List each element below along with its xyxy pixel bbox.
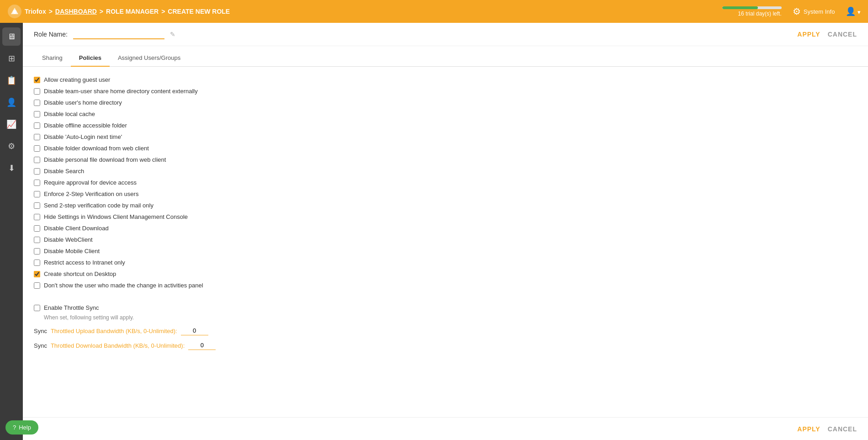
breadcrumb-dashboard[interactable]: DASHBOARD <box>55 8 97 15</box>
role-name-input[interactable] <box>73 29 164 39</box>
policy-checkbox-9[interactable] <box>34 180 40 186</box>
navbar-right: 16 trial day(s) left. ⚙ System Info 👤 ▾ <box>722 6 861 17</box>
user-menu[interactable]: 👤 ▾ <box>846 6 861 16</box>
policy-item: Disable folder download from web client <box>34 143 857 154</box>
apply-button-top[interactable]: APPLY <box>797 31 820 38</box>
help-label: Help <box>19 424 31 431</box>
policy-item: Require approval for device access <box>34 177 857 188</box>
trial-text: 16 trial day(s) left. <box>738 11 781 17</box>
policy-label-12: Hide Settings in Windows Client Manageme… <box>44 213 188 220</box>
user-dropdown-icon: ▾ <box>857 9 861 16</box>
breadcrumb-sep-2: > <box>100 8 103 15</box>
upload-bandwidth-row: Sync Throttled Upload Bandwidth (KB/s, 0… <box>34 326 857 335</box>
cancel-button-top[interactable]: CANCEL <box>828 31 857 38</box>
system-info-button[interactable]: ⚙ System Info <box>793 6 835 17</box>
breadcrumb-sep-3: > <box>161 8 165 15</box>
policy-label-5: Disable 'Auto-Login next time' <box>44 133 122 140</box>
policy-checkbox-14[interactable] <box>34 237 40 243</box>
policy-label-4: Disable offline accessible folder <box>44 122 127 129</box>
policy-checkbox-7[interactable] <box>34 157 40 163</box>
cancel-button-bottom[interactable]: CANCEL <box>828 425 857 433</box>
policy-item: Disable offline accessible folder <box>34 120 857 131</box>
policy-item: Disable Mobile Client <box>34 245 857 257</box>
download-bandwidth-input[interactable] <box>188 341 216 350</box>
sidebar-item-analytics[interactable]: 📈 <box>2 115 21 133</box>
policy-label-14: Disable WebClient <box>44 236 93 243</box>
role-name-label: Role Name: <box>34 31 68 38</box>
policy-checkbox-2[interactable] <box>34 100 40 106</box>
policy-checkbox-15[interactable] <box>34 248 40 254</box>
policy-item: Hide Settings in Windows Client Manageme… <box>34 211 857 223</box>
policy-checkbox-8[interactable] <box>34 168 40 175</box>
throttle-section: Enable Throttle SyncWhen set, following … <box>34 298 857 350</box>
policy-item: Disable local cache <box>34 108 857 120</box>
policy-checkbox-12[interactable] <box>34 214 40 220</box>
tab-assigned-users[interactable]: Assigned Users/Groups <box>110 50 189 67</box>
upload-bandwidth-input[interactable] <box>181 326 208 335</box>
sidebar-item-dashboard[interactable]: 🖥 <box>2 27 21 46</box>
policy-label-3: Disable local cache <box>44 111 95 117</box>
bottom-bar: APPLY CANCEL <box>23 417 868 440</box>
policy-item: Disable personal file download from web … <box>34 154 857 165</box>
policy-checkbox-6[interactable] <box>34 145 40 152</box>
policy-checkbox-13[interactable] <box>34 225 40 232</box>
sidebar-item-grid[interactable]: ⊞ <box>2 49 21 68</box>
policy-item: Restrict access to Intranet only <box>34 257 857 268</box>
users-icon: 👤 <box>6 97 16 107</box>
throttle-enable-checkbox[interactable] <box>34 305 40 311</box>
edit-icon[interactable]: ✎ <box>170 31 175 38</box>
policy-label-8: Disable Search <box>44 168 84 175</box>
policy-item: Disable Search <box>34 165 857 177</box>
breadcrumb-sep-1: > <box>49 8 53 15</box>
tab-policies[interactable]: Policies <box>71 50 110 67</box>
navbar: Triofox > DASHBOARD > ROLE MANAGER > CRE… <box>0 0 868 23</box>
sidebar-item-users[interactable]: 👤 <box>2 93 21 111</box>
main-layout: 🖥 ⊞ 📋 👤 📈 ⚙ ⬇ Role Name: ✎ APPLY <box>0 23 868 440</box>
policy-checkbox-11[interactable] <box>34 202 40 209</box>
download-label-prefix: Sync <box>34 342 47 349</box>
policy-checkbox-16[interactable] <box>34 260 40 266</box>
policy-item: Disable 'Auto-Login next time' <box>34 131 857 143</box>
policy-label-1: Disable team-user share home directory c… <box>44 88 198 95</box>
policies-container: Allow creating guest userDisable team-us… <box>23 67 868 357</box>
policy-checkbox-4[interactable] <box>34 122 40 129</box>
breadcrumb-create-role: CREATE NEW ROLE <box>168 8 230 15</box>
navbar-left: Triofox > DASHBOARD > ROLE MANAGER > CRE… <box>7 4 230 19</box>
policy-checkbox-3[interactable] <box>34 111 40 117</box>
sidebar-item-download[interactable]: ⬇ <box>2 159 21 177</box>
role-name-row: Role Name: ✎ APPLY CANCEL <box>23 23 868 46</box>
settings-icon: ⚙ <box>8 141 15 151</box>
upload-label-prefix: Sync <box>34 328 47 334</box>
policy-checkbox-0[interactable] <box>34 77 40 83</box>
policy-item: Enforce 2-Step Verification on users <box>34 188 857 200</box>
triofox-logo <box>7 4 22 19</box>
help-button[interactable]: ? Help <box>5 420 38 435</box>
policy-item: Create shortcut on Desktop <box>34 268 857 280</box>
sidebar-item-files[interactable]: 📋 <box>2 71 21 90</box>
policy-item: Send 2-step verification code by mail on… <box>34 200 857 211</box>
policy-label-13: Disable Client Download <box>44 225 109 232</box>
trial-progress-bar <box>722 6 782 9</box>
tab-sharing[interactable]: Sharing <box>34 50 71 67</box>
breadcrumb-role-manager: ROLE MANAGER <box>106 8 159 15</box>
policy-checkbox-18[interactable] <box>34 282 40 289</box>
throttle-enable-row: Enable Throttle Sync <box>34 302 857 313</box>
download-label-orange: Throttled Download Bandwidth (KB/s, 0-Un… <box>51 342 185 349</box>
grid-icon: ⊞ <box>8 53 15 64</box>
sidebar-item-settings[interactable]: ⚙ <box>2 137 21 155</box>
policy-label-16: Restrict access to Intranet only <box>44 259 125 266</box>
files-icon: 📋 <box>6 75 16 85</box>
policy-checkbox-10[interactable] <box>34 191 40 197</box>
analytics-icon: 📈 <box>6 119 16 129</box>
policy-label-11: Send 2-step verification code by mail on… <box>44 202 153 209</box>
policy-checkbox-17[interactable] <box>34 271 40 277</box>
policy-checkbox-1[interactable] <box>34 88 40 95</box>
policy-label-15: Disable Mobile Client <box>44 248 100 254</box>
brand-name: Triofox <box>25 8 46 15</box>
policy-checkbox-5[interactable] <box>34 134 40 140</box>
trial-info: 16 trial day(s) left. <box>722 6 782 17</box>
svg-point-1 <box>13 10 16 14</box>
policy-label-18: Don't show the user who made the change … <box>44 282 203 289</box>
apply-button-bottom[interactable]: APPLY <box>797 425 820 433</box>
action-buttons-top: APPLY CANCEL <box>797 31 857 38</box>
